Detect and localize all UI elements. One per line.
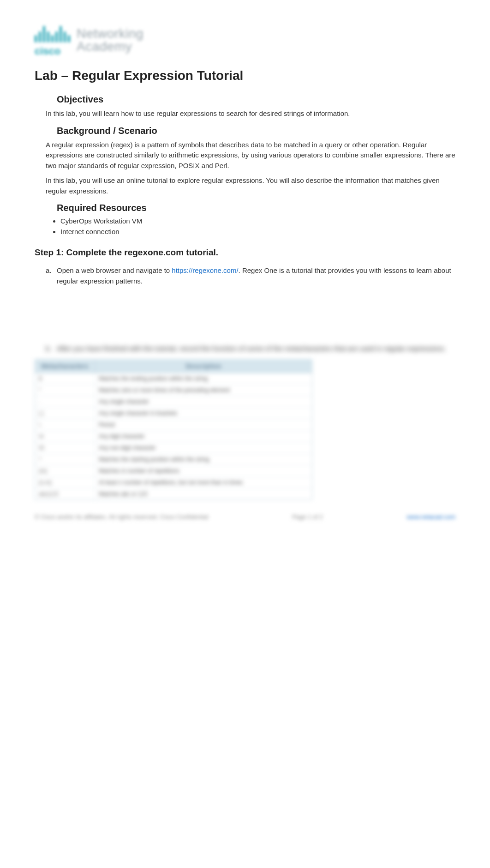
- step1-heading: Step 1: Complete the regexone.com tutori…: [35, 247, 455, 258]
- table-row: \dAny digit character: [35, 431, 312, 442]
- footer-left: © Cisco and/or its affiliates. All right…: [35, 513, 208, 520]
- step1-b: b. After you have finished with the tuto…: [46, 343, 455, 354]
- table-header-col1: Metacharacters: [35, 360, 95, 373]
- table-row: \DAny non-digit character: [35, 442, 312, 454]
- table-row: {m}Matches m number of repetitions: [35, 465, 312, 477]
- table-row: $Matches the ending position within the …: [35, 373, 312, 385]
- table-row: ^Matches the starting position within th…: [35, 454, 312, 465]
- regexone-link[interactable]: https://regexone.com/: [172, 266, 238, 274]
- objectives-text: In this lab, you will learn how to use r…: [46, 108, 455, 119]
- resource-item: Internet connection: [60, 228, 455, 235]
- page-footer: © Cisco and/or its affiliates. All right…: [35, 513, 455, 520]
- footer-right: www.netacad.com: [406, 513, 455, 520]
- step-letter-a: a.: [46, 265, 57, 287]
- background-p1: A regular expression (regex) is a patter…: [46, 140, 455, 171]
- table-row: *Matches zero or more times of the prece…: [35, 385, 312, 396]
- step-letter-b: b.: [46, 343, 57, 354]
- footer-center: Page 1 of 2: [292, 513, 323, 520]
- logo-line2: Academy: [77, 40, 143, 53]
- table-header: Metacharacters Description: [35, 360, 312, 373]
- logo-line1: Networking: [77, 27, 143, 40]
- page-title: Lab – Regular Expression Tutorial: [35, 68, 455, 83]
- table-row: \.Period: [35, 419, 312, 431]
- cisco-bars-icon: [35, 23, 70, 42]
- step1-a: a. Open a web browser and navigate to ht…: [46, 265, 455, 287]
- table-header-col2: Description: [95, 360, 312, 373]
- background-heading: Background / Scenario: [57, 126, 455, 136]
- resources-list: CyberOps Workstation VM Internet connect…: [60, 217, 455, 235]
- resources-heading: Required Resources: [57, 203, 455, 213]
- resource-item: CyberOps Workstation VM: [60, 217, 455, 225]
- cisco-wordmark: cisco: [35, 45, 70, 57]
- background-p2: In this lab, you will use an online tuto…: [46, 175, 455, 196]
- table-row: .Any single character: [35, 396, 312, 408]
- table-row: abc|123Matches abc or 123: [35, 488, 312, 500]
- table-row: [ ]Any single character in brackets: [35, 408, 312, 419]
- objectives-heading: Objectives: [57, 94, 455, 105]
- step1-a-prefix: Open a web browser and navigate to: [57, 266, 172, 274]
- table-row: {n,m}At least n number of repetitions, b…: [35, 477, 312, 488]
- cisco-logo: cisco Networking Academy: [35, 23, 455, 57]
- step1-b-text: After you have finished with the tutoria…: [57, 343, 455, 354]
- metachar-table: Metacharacters Description $Matches the …: [35, 359, 312, 500]
